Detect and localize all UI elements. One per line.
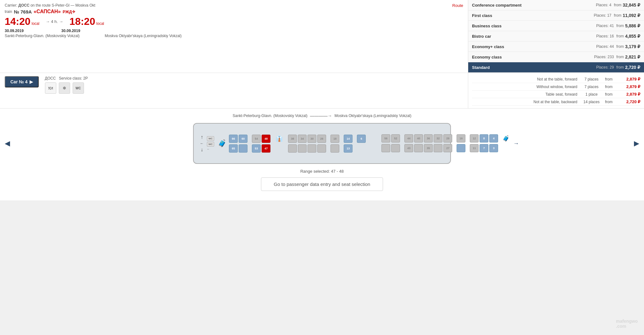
- seatmap-section: Sankt-Peterburg-Glavn. (Moskovskiy Vokza…: [0, 109, 644, 200]
- seat-56[interactable]: 56: [381, 134, 390, 142]
- prev-car-arrow[interactable]: ◀: [5, 139, 10, 148]
- car-selector[interactable]: Car № 4 ▶: [5, 76, 39, 87]
- class-panel: Conference compartment Places: 4 from 32…: [468, 0, 644, 73]
- class-row-0[interactable]: Conference compartment Places: 4 from 32…: [468, 0, 644, 10]
- stations-row: Sankt-Peterburg-Glavn. (Moskovskiy Vokza…: [5, 34, 463, 38]
- seat-type-row-0: Not at the table, forward 7 places from …: [472, 75, 640, 83]
- seat-55[interactable]: [381, 144, 390, 152]
- seat-3[interactable]: 3: [489, 144, 498, 152]
- seat-info-panel: Not at the table, forward 7 places from …: [468, 73, 644, 108]
- seat-34[interactable]: 34: [298, 135, 307, 143]
- seat-29[interactable]: [308, 144, 316, 153]
- seat-44[interactable]: 44: [404, 134, 413, 142]
- seat-66[interactable]: 66: [229, 135, 238, 143]
- dining-icon: 🍽: [45, 82, 56, 94]
- luggage-right-icon: 🧳: [502, 135, 509, 142]
- seat-31[interactable]: [434, 144, 442, 152]
- seat-65[interactable]: 65: [229, 144, 238, 153]
- seat-39[interactable]: [414, 144, 423, 152]
- carrier-line: Carrier: ДОСС on the route S-Peter-Gl — …: [5, 3, 463, 8]
- luggage-left: 🧳: [218, 139, 226, 148]
- seat-28[interactable]: 28: [443, 134, 452, 142]
- depart-time: 14:20: [5, 16, 31, 27]
- train-map: ↑ ← ↓ WC WC ← 🧳 66: [193, 123, 451, 164]
- hanger-icon: 👔: [275, 135, 284, 142]
- seat-11[interactable]: 11: [470, 144, 479, 152]
- wc-icon: WC: [73, 82, 84, 94]
- seat-4[interactable]: 4: [489, 134, 498, 142]
- seat-25[interactable]: [317, 144, 326, 153]
- wc-left-2: WC: [207, 142, 214, 147]
- seat-30[interactable]: 30: [308, 135, 316, 143]
- seat-37[interactable]: [288, 144, 297, 153]
- seat-16[interactable]: 16: [457, 134, 465, 142]
- seat-26[interactable]: 26: [317, 135, 326, 143]
- seat-17[interactable]: [330, 144, 339, 153]
- seat-32[interactable]: 32: [434, 134, 442, 142]
- seat-6[interactable]: 6: [357, 135, 366, 143]
- seat-27[interactable]: 27: [443, 144, 452, 152]
- seat-33[interactable]: [298, 144, 307, 153]
- seat-7[interactable]: 7: [480, 144, 488, 152]
- seat-15[interactable]: [457, 144, 465, 152]
- car-info: ДОСС Service class: 2P 🍽 ❄ WC: [45, 76, 463, 94]
- seat-60[interactable]: 60: [239, 135, 247, 143]
- seat-36[interactable]: 36: [424, 134, 433, 142]
- dates-row: 30.09.2019 30.09.2019: [5, 29, 463, 33]
- wc-left-1: WC: [207, 136, 214, 141]
- next-car-arrow[interactable]: ▶: [634, 139, 639, 148]
- seat-8[interactable]: 8: [480, 134, 488, 142]
- seat-12[interactable]: 12: [470, 134, 479, 142]
- class-row-2[interactable]: Business class Places: 41 from 5,886 ₽: [468, 21, 644, 31]
- seat-13[interactable]: 13: [344, 144, 353, 153]
- seat-52[interactable]: 52: [391, 134, 400, 142]
- seat-51[interactable]: [391, 144, 400, 152]
- class-row-3[interactable]: Bistro car Places: 16 from 4,855 ₽: [468, 31, 644, 42]
- seat-type-row-1: Without window, forward 7 places from 2,…: [472, 83, 640, 91]
- seat-18[interactable]: 18: [330, 135, 339, 143]
- route-link[interactable]: Route: [452, 3, 463, 8]
- class-row-4[interactable]: Economy+ class Places: 44 from 3,179 ₽: [468, 42, 644, 52]
- seat-53[interactable]: 53: [252, 144, 261, 153]
- times-row: 14:20 local → 4 h. → 18:20 local: [5, 16, 463, 27]
- range-selected: Range selected: 47 - 48: [300, 169, 344, 174]
- seat-14[interactable]: 14: [344, 135, 353, 143]
- seat-38[interactable]: 38: [288, 135, 297, 143]
- go-to-passenger-button[interactable]: Go to passenger data entry and seat sele…: [261, 177, 383, 191]
- seat-54[interactable]: 54: [252, 135, 261, 143]
- seat-59[interactable]: [239, 144, 247, 153]
- class-row-1[interactable]: First class Places: 17 from 11,092 ₽: [468, 10, 644, 21]
- seat-47[interactable]: 47: [262, 144, 270, 153]
- seat-type-row-2: Table seat, forward 1 place from 2,879 ₽: [472, 91, 640, 98]
- next-section-arrow[interactable]: →: [513, 140, 519, 147]
- route-direction: Sankt-Peterburg-Glavn. (Moskovskiy Vokza…: [5, 113, 639, 118]
- class-row-6[interactable]: Standard Places: 29 from 2,720 ₽: [468, 62, 644, 73]
- arrive-time: 18:20: [69, 16, 95, 27]
- seat-35[interactable]: 35: [424, 144, 433, 152]
- seat-48[interactable]: 48: [262, 135, 270, 143]
- train-number-line: train № 769А «САПСАН» РЖД✈: [5, 9, 463, 14]
- seat-40[interactable]: 40: [414, 134, 423, 142]
- seat-type-row-3: Not at the table, backward 14 places fro…: [472, 98, 640, 106]
- class-row-5[interactable]: Economy class Places: 233 from 2,821 ₽: [468, 52, 644, 62]
- duration: → 4 h. →: [46, 19, 63, 24]
- seat-43[interactable]: 43: [404, 144, 413, 152]
- ac-icon: ❄: [59, 82, 70, 94]
